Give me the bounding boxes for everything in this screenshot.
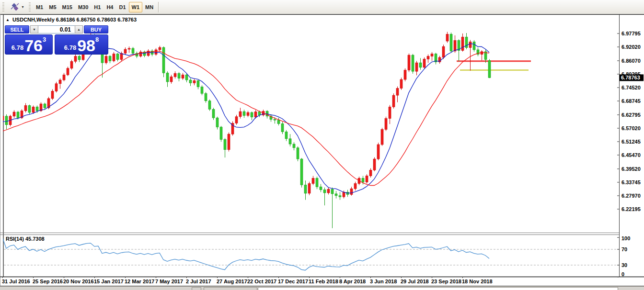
- candle-body: [159, 47, 161, 50]
- sell-button[interactable]: SELL: [5, 25, 29, 33]
- candle-body: [208, 101, 211, 109]
- candle-body: [124, 49, 126, 53]
- chart-window[interactable]: RSI(14) 45.73086.977956.920206.860706.80…: [0, 14, 644, 286]
- timeframe-button-h4[interactable]: H4: [104, 2, 116, 12]
- candle-body: [281, 123, 284, 132]
- y-axis-label: 6.68745: [621, 98, 641, 104]
- candle-body: [193, 81, 196, 83]
- x-axis-label: 25 Sep 2016: [33, 279, 63, 284]
- sell-price-sup: 3: [43, 36, 46, 43]
- volume-up-button[interactable]: ▲: [75, 25, 83, 33]
- chart-tab-stub[interactable]: [204, 287, 257, 290]
- candle-body: [274, 120, 276, 120]
- rsi-pane: [2, 237, 619, 270]
- candle-body: [392, 95, 395, 107]
- candle-body: [308, 184, 310, 193]
- timeframe-button-m1[interactable]: M1: [33, 2, 46, 12]
- volume-down-button[interactable]: ▼: [30, 25, 38, 33]
- x-axis-label: 29 Jul 2018: [401, 279, 429, 284]
- timeframe-button-m5[interactable]: M5: [46, 2, 59, 12]
- timeframe-button-d1[interactable]: D1: [116, 2, 128, 12]
- sell-price-display[interactable]: 6.78 76 3: [5, 34, 53, 55]
- toolbar-grip[interactable]: [2, 2, 4, 12]
- y-axis-label: 6.92020: [621, 44, 641, 50]
- tool-dropdown-caret[interactable]: ▼: [21, 5, 24, 9]
- chart-up-triangle-icon: ▲: [6, 18, 10, 22]
- candle-body: [369, 170, 372, 176]
- buy-price-display[interactable]: 6.78 98 8: [55, 34, 108, 55]
- candle-body: [488, 60, 491, 78]
- candle-body: [235, 117, 238, 123]
- candle-body: [300, 159, 303, 185]
- x-axis-label: 31 Jul 2016: [2, 279, 30, 284]
- candle-body: [32, 107, 34, 112]
- candle-body: [212, 109, 215, 118]
- candle-body: [109, 56, 111, 61]
- y-axis-label: 6.39520: [621, 166, 641, 172]
- candle-body: [224, 139, 226, 149]
- candle-body: [327, 189, 330, 193]
- candle-body: [201, 87, 203, 94]
- candle-body: [320, 187, 322, 190]
- candle-body: [254, 112, 257, 117]
- candle-body: [381, 129, 383, 145]
- candle-body: [404, 70, 406, 79]
- y-axis-label: 6.62795: [621, 112, 641, 118]
- candle-body: [116, 54, 119, 60]
- y-axis-label: 6.27970: [621, 193, 641, 199]
- candle-body: [331, 189, 334, 194]
- objects-tool-icon[interactable]: [9, 2, 21, 12]
- timeframe-button-mn[interactable]: MN: [142, 2, 156, 12]
- candle-body: [339, 196, 341, 197]
- candle-body: [174, 73, 176, 77]
- candle-body: [189, 80, 192, 83]
- toolbar-separator: [158, 2, 159, 12]
- timeframe-button-m30[interactable]: M30: [75, 2, 91, 12]
- x-axis-label: 27 Aug 2017: [217, 279, 247, 284]
- candle-body: [469, 42, 472, 47]
- rsi-axis-label: 70: [621, 246, 627, 252]
- candle-body: [285, 132, 288, 139]
- candle-body: [350, 189, 353, 194]
- candle-body: [481, 52, 483, 55]
- top-toolbar: ▼ M1M5M15M30H1H4D1W1MN: [0, 0, 644, 14]
- timeframe-button-w1[interactable]: W1: [129, 2, 143, 12]
- toolbar-grip-2[interactable]: [29, 2, 31, 12]
- candle-body: [419, 63, 422, 67]
- candle-body: [220, 127, 222, 140]
- y-axis-label: 6.74520: [621, 85, 641, 90]
- candle-body: [205, 93, 207, 101]
- y-axis-label: 6.97795: [621, 31, 641, 36]
- x-axis-label: 12 Mar 2017: [125, 279, 154, 284]
- candle-body: [1, 116, 4, 120]
- buy-button[interactable]: BUY: [84, 25, 108, 33]
- volume-input[interactable]: 0.01: [38, 25, 75, 33]
- x-axis-label: 22 Oct 2017: [247, 279, 276, 284]
- candle-body: [24, 105, 27, 111]
- candle-body: [343, 192, 345, 197]
- x-axis-label: 18 Nov 2018: [462, 279, 493, 284]
- x-axis-label: 11 Feb 2018: [309, 279, 338, 284]
- candle-body: [162, 47, 165, 73]
- chart-title-row: ▲ USDCNH,Weekly 6.86186 6.86750 6.78603 …: [6, 16, 137, 23]
- chart-tab-active[interactable]: [258, 287, 618, 290]
- timeframe-button-h1[interactable]: H1: [91, 2, 104, 12]
- candle-body: [297, 148, 299, 159]
- candle-body: [243, 112, 245, 115]
- candle-body: [362, 178, 364, 182]
- candle-body: [59, 80, 61, 84]
- candle-body: [128, 48, 130, 49]
- sell-price-prefix: 6.78: [12, 44, 23, 51]
- volume-stepper: ▼ 0.01 ▲: [30, 25, 83, 33]
- timeframe-button-m15[interactable]: M15: [59, 2, 75, 12]
- candle-body: [408, 55, 410, 70]
- candle-body: [323, 190, 326, 193]
- candle-body: [63, 75, 65, 80]
- candle-body: [396, 89, 399, 96]
- candle-body: [228, 134, 230, 150]
- candle-body: [13, 112, 15, 116]
- one-click-trade-panel: SELL ▼ 0.01 ▲ BUY 6.78 76 3 6.78 98 8: [5, 25, 108, 69]
- candle-body: [389, 107, 391, 118]
- candle-body: [415, 63, 418, 71]
- chart-tab-stub[interactable]: [192, 287, 201, 290]
